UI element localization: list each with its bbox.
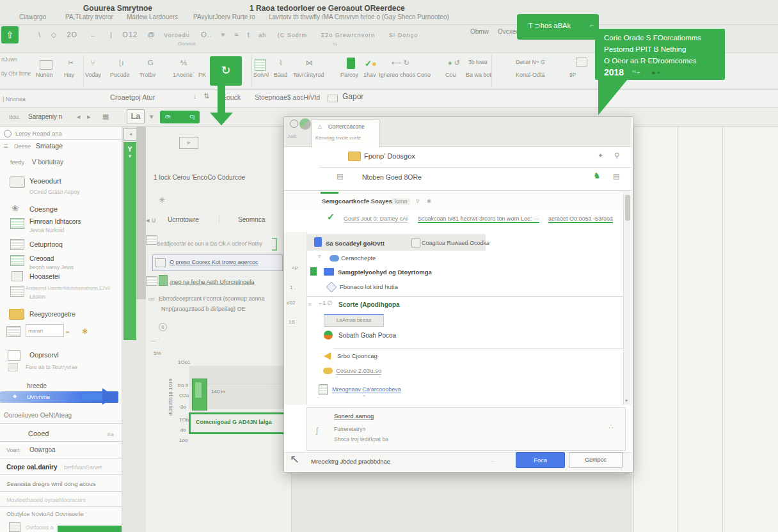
- ribbon-item[interactable]: Konal-Odta: [516, 72, 545, 78]
- sidebar-item[interactable]: Crope oaLdaniry: [6, 464, 57, 471]
- prev-icon[interactable]: ◂: [77, 113, 81, 121]
- toolbar-icon[interactable]: O12: [122, 31, 138, 38]
- refresh-icon[interactable]: G: [148, 59, 154, 66]
- chart-icon[interactable]: ⌊ı: [119, 59, 123, 67]
- highlighted-sync-button[interactable]: ↻: [210, 56, 242, 86]
- sidebar-item[interactable]: Movteethaoed oyraehlooracars: [6, 497, 86, 503]
- ribbon-item[interactable]: Cou: [445, 72, 456, 78]
- scrollbar-thumb[interactable]: [625, 195, 630, 221]
- sidebar-item[interactable]: Smatage: [36, 142, 63, 150]
- sidebar-item[interactable]: Cetuprtooq: [29, 240, 63, 248]
- sparkle-icon[interactable]: ✻: [82, 327, 88, 336]
- row3-label4[interactable]: Gapor: [342, 92, 363, 101]
- status-link[interactable]: Scoakcoan tv81 hecrwt-3rcoro ton worn Lo…: [418, 215, 539, 223]
- check-icon[interactable]: ✓●: [365, 59, 377, 68]
- ribbon-item[interactable]: Trotbv: [139, 72, 155, 78]
- knight-icon[interactable]: ♞: [593, 171, 601, 180]
- caret-down-icon[interactable]: ▿: [416, 197, 420, 205]
- sidebar-item[interactable]: Hooasetei: [29, 272, 60, 280]
- sidebar-item[interactable]: Cooed: [28, 430, 49, 437]
- sidebar-item[interactable]: Searasta dregrs wrnl oong acous: [6, 480, 95, 487]
- download-icon[interactable]: ↓: [193, 92, 197, 100]
- mail-icon[interactable]: [328, 95, 338, 102]
- toolbar-icon[interactable]: \: [38, 31, 41, 38]
- next-icon[interactable]: ▸: [87, 113, 91, 121]
- printer-icon[interactable]: ▤: [613, 172, 619, 180]
- toolbar-label[interactable]: S! Dongo: [389, 32, 418, 38]
- toolbar-icon[interactable]: O..: [201, 31, 212, 38]
- sidebar-item[interactable]: V bortutray: [32, 159, 63, 166]
- hamburger-icon[interactable]: ≡: [4, 142, 8, 150]
- dialog-master-row[interactable]: Ntoben Goed 8ORe: [362, 173, 422, 181]
- list-row-label[interactable]: Sa Socadeyl go/Ovtt: [326, 240, 385, 247]
- menu-item[interactable]: Ciawgrgo: [19, 13, 46, 20]
- menu-item-right[interactable]: Obmw: [470, 28, 489, 35]
- toolbar-icon[interactable]: ≈: [234, 31, 239, 38]
- cancel-button[interactable]: Gempoc: [569, 452, 623, 468]
- sidebar-item[interactable]: hreede: [27, 382, 47, 389]
- page-icon[interactable]: La: [127, 109, 145, 123]
- ribbon-item[interactable]: Voday: [85, 72, 101, 78]
- chip-button[interactable]: LaAmaa beeaa: [324, 314, 384, 327]
- ribbon-item[interactable]: 1Aoene: [173, 72, 193, 78]
- sidebar-item[interactable]: Reegyoreogetre: [29, 311, 75, 318]
- gear-icon[interactable]: ✳: [159, 196, 165, 205]
- ribbon-item[interactable]: Hay: [64, 72, 74, 78]
- sort-icon[interactable]: ⇅: [203, 92, 209, 100]
- ribbon-item[interactable]: Tavrcintyrod: [293, 72, 324, 78]
- ribbon-item[interactable]: SonAl: [253, 72, 269, 78]
- ribbon-item[interactable]: PK: [198, 72, 206, 78]
- percent-icon[interactable]: ⅍: [180, 59, 187, 66]
- row3-label3[interactable]: Stoepnoae$ aocHiVtd: [255, 93, 320, 101]
- strip-collapse-icon[interactable]: ◂: [123, 128, 138, 141]
- list-row-label[interactable]: Scorte (Apodihgopa: [338, 301, 400, 308]
- green-strip[interactable]: Y ▾: [123, 142, 136, 340]
- status-link[interactable]: aeraoet O0:oo5a ‹53rooa: [548, 215, 613, 223]
- mini-input[interactable]: [26, 324, 64, 337]
- list-row-label[interactable]: Sobath Goah Pocoa: [338, 332, 396, 339]
- sidebar-item[interactable]: Yeoeodurt: [29, 177, 61, 185]
- cart-icon[interactable]: [40, 60, 51, 68]
- phone-icon[interactable]: ⌐1 ∅: [319, 300, 333, 306]
- list-row-label[interactable]: Fbonaco lot kird hutia: [340, 283, 398, 290]
- menu-item[interactable]: Marlew Lardouers: [127, 13, 178, 20]
- grid-icon[interactable]: ▦: [102, 113, 109, 121]
- bolt-icon[interactable]: ⌁: [65, 327, 70, 336]
- ribbon-item[interactable]: Baad: [274, 72, 287, 78]
- sidebar-item[interactable]: Fimroan Idhtacors: [29, 218, 81, 225]
- back-icon[interactable]: ←: [90, 31, 98, 38]
- ribbon-item[interactable]: Ba wa bot: [466, 72, 491, 78]
- key-icon[interactable]: ⚲: [614, 152, 619, 160]
- sidebar-item[interactable]: Obutyfoe NovtoAd Oovrisoe'le: [6, 511, 84, 517]
- anchor-icon[interactable]: ⌇: [279, 59, 282, 67]
- green-doc-icon[interactable]: [347, 58, 355, 69]
- menu-item[interactable]: PA,TLatry trvcror: [65, 13, 113, 20]
- undo-icon[interactable]: ⟵ ↻: [392, 59, 409, 67]
- flag-icon[interactable]: ⋈: [306, 59, 313, 67]
- list-row-label[interactable]: Ceraochepte: [341, 254, 376, 262]
- toolbar-icon[interactable]: t: [248, 31, 250, 38]
- dialog-folder-row[interactable]: Fponp' Doosgox: [364, 152, 415, 160]
- menu-item[interactable]: Lavrtotv th thvwfly /MA Cmrvrvn hrloe o …: [269, 13, 449, 20]
- monitor-icon[interactable]: [576, 58, 587, 66]
- toolbar-label[interactable]: (C Sodrm: [278, 32, 308, 38]
- inner-tab-active[interactable]: Semgcoartkocfe Soayes: [322, 198, 392, 205]
- dialog-scrollbar[interactable]: ▾: [623, 192, 631, 405]
- ribbon-item[interactable]: Pucode: [110, 72, 130, 78]
- chevron-down-icon[interactable]: ▾: [150, 113, 154, 121]
- boxed-row[interactable]: O preso Coorex Kot trowo aoercoc: [152, 254, 283, 271]
- toolbar-icon[interactable]: 2O: [67, 31, 77, 38]
- list-row-link[interactable]: Mreognaav Ca'arcooobeva: [332, 386, 401, 393]
- scissors-icon[interactable]: ✂: [68, 59, 74, 67]
- list-row-label[interactable]: Cosuve 2.03u.so: [336, 367, 381, 375]
- sidebar-item[interactable]: Ovrfooies a: [26, 524, 53, 531]
- ribbon-item[interactable]: Parcoy: [340, 72, 358, 78]
- menu-item[interactable]: PAvylurJoerv Rurte ro: [193, 13, 255, 20]
- toolbar-label[interactable]: Σ2o Grewrcnvorn: [321, 32, 376, 38]
- list-row-label[interactable]: Srbo Cjooncag: [337, 352, 377, 359]
- ribbon-item[interactable]: Nunen: [36, 72, 53, 78]
- list-row-label2[interactable]: Coagrtoa Ruwaed Ocodka: [422, 240, 489, 246]
- heart-icon[interactable]: ♥: [221, 31, 226, 38]
- pin-icon[interactable]: ✦: [598, 152, 603, 160]
- ribbon-item[interactable]: Ignereo choos Cono: [379, 72, 431, 78]
